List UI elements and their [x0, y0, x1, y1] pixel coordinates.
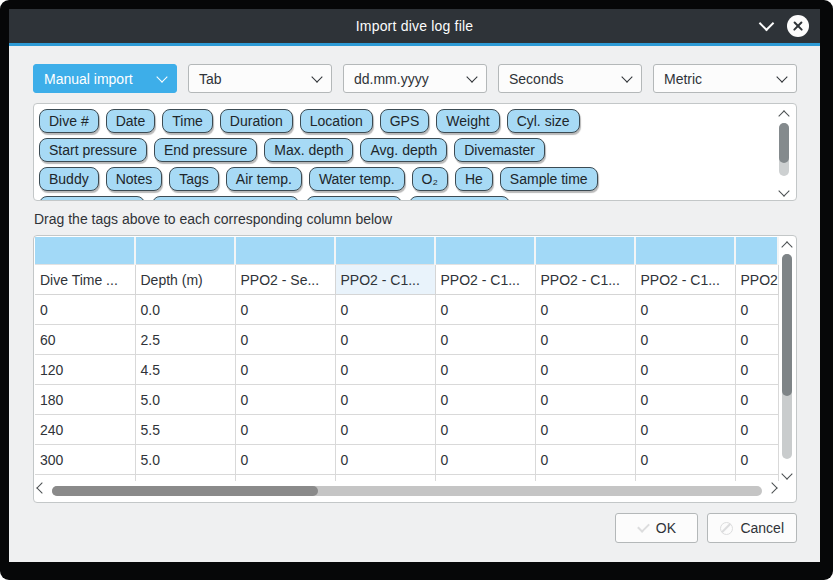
- tag-time[interactable]: Time: [162, 109, 213, 133]
- table-cell: 4.5: [135, 355, 235, 385]
- tag-max-depth[interactable]: Max. depth: [264, 138, 353, 162]
- table-cell: 0: [635, 415, 735, 445]
- table-cell: 0: [335, 415, 435, 445]
- table-cell: 0: [535, 325, 635, 355]
- tag-he[interactable]: He: [455, 167, 493, 191]
- tag-duration[interactable]: Duration: [220, 109, 293, 133]
- titlebar[interactable]: Import dive log file: [9, 9, 820, 43]
- format-select-dd-mm-yyyy[interactable]: dd.mm.yyyy: [343, 64, 487, 93]
- drop-target-cell[interactable]: [735, 237, 778, 265]
- preview-table-area: Dive Time ...Depth (m)PPO2 - Se...PPO2 -…: [35, 237, 779, 481]
- table-cell: 0: [435, 415, 535, 445]
- tag-weight[interactable]: Weight: [436, 109, 499, 133]
- scroll-left-icon[interactable]: [36, 482, 47, 493]
- close-icon[interactable]: [787, 15, 809, 37]
- drop-target-cell[interactable]: [35, 237, 135, 265]
- partial-row: [35, 475, 778, 482]
- chevron-down-icon: [621, 71, 632, 82]
- tag-date[interactable]: Date: [106, 109, 156, 133]
- tag-divemaster[interactable]: Divemaster: [454, 138, 545, 162]
- ok-button[interactable]: OK: [615, 513, 698, 543]
- preview-table: Dive Time ...Depth (m)PPO2 - Se...PPO2 -…: [35, 237, 779, 481]
- table-row: 1204.5000000: [35, 355, 778, 385]
- tag-air-temp[interactable]: Air temp.: [226, 167, 302, 191]
- check-icon: [637, 520, 650, 533]
- column-header: PPO2 - C1...: [535, 265, 635, 295]
- table-vertical-scrollbar[interactable]: [779, 237, 795, 481]
- drop-target-cell[interactable]: [235, 237, 335, 265]
- table-cell: 0: [635, 445, 735, 475]
- table-cell: 120: [35, 355, 135, 385]
- drop-target-cell[interactable]: [635, 237, 735, 265]
- import-dialog: Import dive log file Manual importTabdd.…: [9, 9, 820, 562]
- tag-cyl-size[interactable]: Cyl. size: [507, 109, 580, 133]
- drop-target-cell[interactable]: [135, 237, 235, 265]
- table-cell: 240: [35, 415, 135, 445]
- drop-target-cell[interactable]: [535, 237, 635, 265]
- tag-location[interactable]: Location: [300, 109, 373, 133]
- table-cell: 0: [435, 325, 535, 355]
- dialog-button-row: OK Cancel: [33, 513, 797, 543]
- tag-sample-depth[interactable]: Sample depth: [39, 196, 145, 201]
- chevron-down-icon[interactable]: [759, 16, 775, 32]
- table-cell: 0: [735, 385, 778, 415]
- tag-sample-cns[interactable]: Sample CNS: [409, 196, 510, 201]
- tag-buddy[interactable]: Buddy: [39, 167, 99, 191]
- cancel-button[interactable]: Cancel: [707, 513, 797, 543]
- scroll-right-icon[interactable]: [766, 482, 777, 493]
- tag-o[interactable]: O₂: [412, 167, 448, 191]
- drop-target-cell[interactable]: [335, 237, 435, 265]
- column-header: Dive Time ...: [35, 265, 135, 295]
- tag-dive[interactable]: Dive #: [39, 109, 99, 133]
- table-cell: 60: [35, 325, 135, 355]
- tag-avg-depth[interactable]: Avg. depth: [360, 138, 447, 162]
- dialog-body: Manual importTabdd.mm.yyyySecondsMetric …: [9, 46, 820, 543]
- table-cell: 0: [435, 295, 535, 325]
- table-cell: 0: [235, 415, 335, 445]
- column-header: PPO2 - C1...: [635, 265, 735, 295]
- scrollbar-thumb[interactable]: [52, 486, 318, 496]
- format-select-tab[interactable]: Tab: [188, 64, 332, 93]
- table-cell: 0: [335, 325, 435, 355]
- column-header: PPO2 - C1...: [435, 265, 535, 295]
- table-cell: 0: [235, 325, 335, 355]
- tags-vertical-scrollbar[interactable]: [777, 108, 792, 196]
- preview-table-panel: Dive Time ...Depth (m)PPO2 - Se...PPO2 -…: [33, 235, 797, 503]
- table-cell: 0: [35, 295, 135, 325]
- table-cell: 0: [335, 295, 435, 325]
- tag-sample-time[interactable]: Sample time: [500, 167, 598, 191]
- format-select-metric[interactable]: Metric: [653, 64, 797, 93]
- chevron-down-icon: [776, 71, 787, 82]
- format-select-seconds[interactable]: Seconds: [498, 64, 642, 93]
- scrollbar-thumb[interactable]: [782, 254, 792, 396]
- tags-container: Dive #DateTimeDurationLocationGPSWeightC…: [39, 109, 770, 201]
- table-cell: 0: [635, 325, 735, 355]
- table-cell: 0: [535, 445, 635, 475]
- ok-button-label: OK: [656, 520, 676, 536]
- scroll-down-icon[interactable]: [778, 185, 789, 196]
- tag-gps[interactable]: GPS: [380, 109, 430, 133]
- tag-water-temp[interactable]: Water temp.: [309, 167, 405, 191]
- scrollbar-thumb[interactable]: [779, 123, 789, 163]
- titlebar-buttons: [761, 9, 809, 43]
- scroll-up-icon[interactable]: [778, 110, 789, 121]
- tag-sample-temperature[interactable]: Sample temperature: [152, 196, 299, 201]
- column-header: Depth (m): [135, 265, 235, 295]
- column-header: PPO2 - Se...: [235, 265, 335, 295]
- tag-end-pressure[interactable]: End pressure: [154, 138, 257, 162]
- format-toolbar: Manual importTabdd.mm.yyyySecondsMetric: [33, 64, 797, 93]
- select-value: Manual import: [44, 71, 133, 87]
- table-cell: 0: [435, 445, 535, 475]
- scroll-up-icon[interactable]: [781, 241, 792, 252]
- table-cell: 300: [35, 445, 135, 475]
- format-select-manual-import[interactable]: Manual import: [33, 64, 177, 93]
- tag-notes[interactable]: Notes: [106, 167, 163, 191]
- tag-start-pressure[interactable]: Start pressure: [39, 138, 147, 162]
- scroll-down-icon[interactable]: [781, 468, 792, 479]
- tag-tags[interactable]: Tags: [169, 167, 219, 191]
- table-cell: 0: [535, 295, 635, 325]
- tag-sample-po[interactable]: Sample pO₂: [306, 196, 401, 201]
- drop-target-cell[interactable]: [435, 237, 535, 265]
- table-horizontal-scrollbar[interactable]: [37, 482, 777, 500]
- drop-target-row: [35, 237, 778, 265]
